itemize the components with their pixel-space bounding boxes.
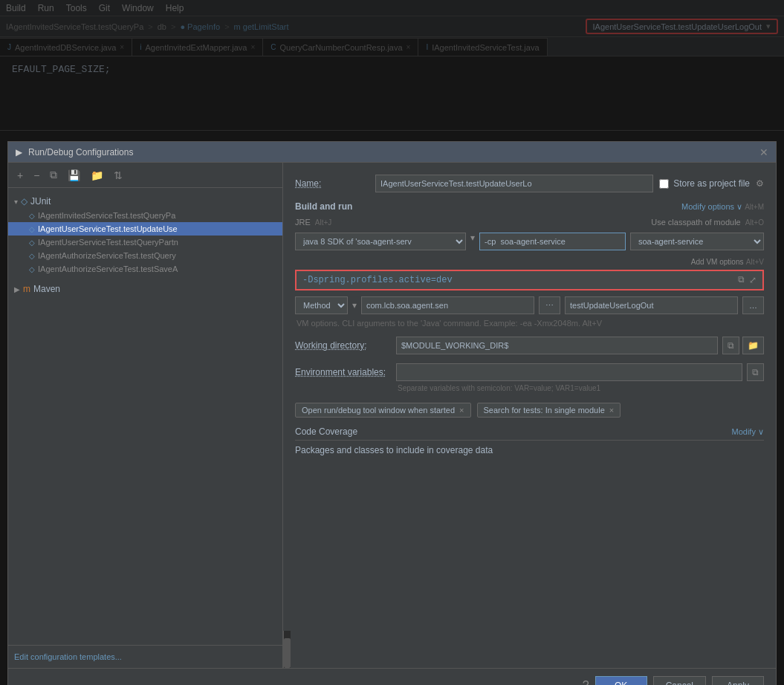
class-browse-button[interactable]: ⋯ (539, 296, 560, 314)
edit-templates-link[interactable]: Edit configuration templates... (14, 652, 122, 661)
tree-item-label: IAgentUserServiceTest.testUpdateUse (38, 224, 178, 233)
tree-section-maven-header[interactable]: ▶ m Maven (8, 282, 282, 296)
store-as-project-checkbox-label: Store as project file (659, 178, 750, 189)
tree-item-label: IAgentInvitedServiceTest.testQueryPa (38, 211, 175, 220)
vm-copy-icon[interactable]: ⧉ (738, 275, 745, 286)
sdk-row: java 8 SDK of 'soa-agent-serv ▾ soa-agen… (295, 233, 764, 250)
env-vars-row: Environment variables: ⧉ (295, 363, 764, 381)
sdk-select[interactable]: java 8 SDK of 'soa-agent-serv (295, 233, 466, 250)
remove-config-button[interactable]: − (30, 168, 42, 183)
right-panel: Name: Store as project file ⚙ Build and … (283, 163, 776, 668)
tag-label: Open run/debug tool window when started (302, 406, 455, 415)
maven-icon: m (23, 284, 30, 294)
tree-section-junit-header[interactable]: ▾ ◇ JUnit (8, 194, 282, 209)
dialog-body: + − ⧉ 💾 📁 ⇅ ▾ ◇ JUnit ◇ IAgentInvitedSer… (8, 163, 776, 668)
tree-item-label: IAgentAuthorizeServiceTest.testQuery (38, 251, 176, 260)
method-select-arrow: ▾ (352, 300, 357, 311)
class-input[interactable] (361, 296, 534, 314)
packages-label: Packages and classes to include in cover… (295, 445, 764, 455)
jre-shortcut: Alt+J (315, 218, 332, 227)
classpath-shortcut: Alt+O (745, 218, 764, 227)
run-debug-configurations-dialog: ▶ Run/Debug Configurations ✕ + − ⧉ 💾 📁 ⇅… (7, 141, 777, 685)
sort-config-button[interactable]: ⇅ (111, 168, 126, 183)
coverage-modify-link[interactable]: Modify ∨ (732, 427, 764, 437)
dir-buttons: ⧉ 📁 (722, 337, 764, 354)
help-icon[interactable]: ? (583, 679, 589, 685)
tag-open-run-debug: Open run/debug tool window when started … (295, 403, 471, 418)
left-toolbar: + − ⧉ 💾 📁 ⇅ (8, 163, 282, 188)
working-dir-browse-button[interactable]: 📁 (742, 337, 764, 354)
tree-item-icon: ◇ (29, 225, 35, 233)
save-config-button[interactable]: 💾 (65, 168, 83, 183)
classpath-input[interactable] (479, 233, 626, 250)
coverage-title: Code Coverage (295, 426, 357, 437)
working-dir-row: Working directory: ⧉ 📁 (295, 337, 764, 354)
tree-item-4[interactable]: ◇ IAgentAuthorizeServiceTest.testSaveA (8, 262, 282, 276)
classpath-module-select[interactable]: soa-agent-service (630, 233, 764, 250)
vm-expand-icon[interactable]: ⤢ (749, 275, 757, 286)
scrollbar-thumb[interactable] (284, 638, 291, 668)
add-config-button[interactable]: + (14, 168, 26, 183)
folder-config-button[interactable]: 📁 (88, 168, 106, 183)
apply-button[interactable]: Apply (712, 676, 764, 685)
copy-config-button[interactable]: ⧉ (47, 167, 60, 183)
coverage-section: Code Coverage Modify ∨ Packages and clas… (295, 426, 764, 455)
use-classpath-label: Use classpath of module (651, 218, 740, 227)
right-scrollbar[interactable] (283, 631, 291, 668)
junit-icon: ◇ (21, 196, 27, 207)
tree-section-maven: ▶ m Maven (8, 279, 282, 299)
cancel-button[interactable]: Cancel (653, 676, 706, 685)
maven-label: Maven (33, 284, 60, 294)
method-browse-button[interactable]: … (742, 296, 764, 314)
ok-button[interactable]: OK (595, 676, 647, 685)
vm-options-box[interactable]: -Dspring.profiles.active=dev ⧉ ⤢ (295, 270, 764, 290)
working-dir-label: Working directory: (295, 340, 392, 351)
tree-item-2[interactable]: ◇ IAgentUserServiceTest.testQueryPartn (8, 236, 282, 249)
modify-options-link[interactable]: Modify options ∨ Alt+M (681, 202, 764, 212)
method-hint: VM options. CLI arguments to the 'Java' … (295, 319, 764, 328)
tag-search-tests: Search for tests: In single module × (477, 403, 621, 418)
jre-row: JRE Alt+J Use classpath of module Alt+O (295, 218, 764, 227)
name-row: Name: Store as project file ⚙ (295, 175, 764, 192)
store-as-project-checkbox[interactable] (659, 179, 669, 189)
tag-close-icon[interactable]: × (609, 406, 614, 415)
name-input[interactable] (375, 175, 653, 192)
working-dir-edit-button[interactable]: ⧉ (722, 337, 739, 354)
coverage-header: Code Coverage Modify ∨ (295, 426, 764, 441)
add-vm-label: Add VM options (691, 258, 744, 266)
build-run-title: Build and run (295, 201, 352, 212)
config-tree: ▾ ◇ JUnit ◇ IAgentInvitedServiceTest.tes… (8, 188, 282, 645)
dialog-title-text: Run/Debug Configurations (28, 147, 133, 158)
tree-item-icon: ◇ (29, 265, 35, 273)
build-run-section: Build and run Modify options ∨ Alt+M JRE… (295, 201, 764, 328)
tree-item-label: IAgentAuthorizeServiceTest.testSaveA (38, 264, 178, 273)
dialog-footer: ? OK Cancel Apply (8, 668, 776, 685)
tree-item-label: IAgentUserServiceTest.testQueryPartn (38, 238, 178, 247)
env-vars-input[interactable] (396, 363, 742, 381)
tag-close-icon[interactable]: × (459, 406, 464, 415)
settings-icon[interactable]: ⚙ (756, 178, 764, 189)
left-bottom: Edit configuration templates... (8, 645, 282, 668)
tree-item-1[interactable]: ◇ IAgentUserServiceTest.testUpdateUse (8, 222, 282, 236)
working-dir-input[interactable] (396, 337, 718, 354)
maven-expand-icon: ▶ (14, 285, 20, 293)
store-as-project-label: Store as project file (673, 178, 750, 189)
dialog-close-button[interactable]: ✕ (759, 146, 768, 158)
vm-options-icons: ⧉ ⤢ (738, 275, 757, 286)
build-run-header: Build and run Modify options ∨ Alt+M (295, 201, 764, 212)
right-content: Name: Store as project file ⚙ Build and … (283, 163, 776, 631)
tree-item-0[interactable]: ◇ IAgentInvitedServiceTest.testQueryPa (8, 209, 282, 222)
env-vars-button[interactable]: ⧉ (747, 363, 764, 381)
name-label: Name: (295, 178, 369, 189)
sdk-arrow-icon: ▾ (470, 233, 475, 250)
method-input[interactable] (565, 296, 738, 314)
tag-label: Search for tests: In single module (484, 406, 605, 415)
env-hint: Separate variables with semicolon: VAR=v… (398, 384, 764, 392)
tree-item-icon: ◇ (29, 212, 35, 220)
jre-label: JRE (295, 218, 311, 227)
method-type-select[interactable]: Method (295, 296, 348, 314)
modify-options-label: Modify options (681, 202, 734, 211)
modify-options-shortcut: Alt+M (745, 203, 764, 211)
dialog-title-bar: ▶ Run/Debug Configurations ✕ (8, 142, 776, 163)
tree-item-3[interactable]: ◇ IAgentAuthorizeServiceTest.testQuery (8, 249, 282, 262)
